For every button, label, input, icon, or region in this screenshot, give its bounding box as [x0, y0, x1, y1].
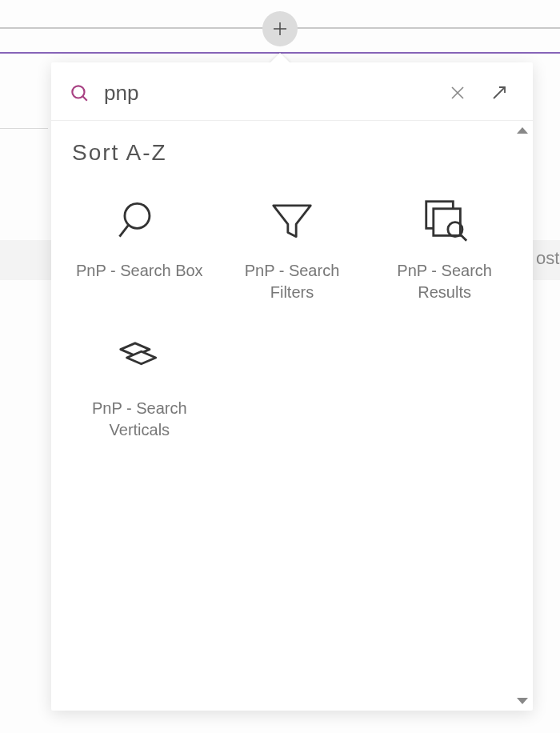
panel-callout-arrow [269, 53, 291, 64]
webpart-item-pnp-search-box[interactable]: PnP - Search Box [67, 191, 212, 303]
search-input[interactable] [104, 81, 432, 106]
webpart-item-pnp-search-filters[interactable]: PnP - Search Filters [220, 191, 365, 303]
svg-line-8 [120, 225, 129, 236]
funnel-icon [263, 191, 321, 249]
scroll-down-arrow[interactable] [517, 698, 528, 704]
webpart-picker-panel: Sort A-Z PnP - Search Box PnP - Sear [51, 62, 533, 711]
svg-line-13 [460, 234, 466, 241]
webpart-item-pnp-search-results[interactable]: PnP - Search Results [372, 191, 517, 303]
panel-body: Sort A-Z PnP - Search Box PnP - Sear [51, 121, 533, 711]
plus-icon [270, 19, 290, 38]
close-icon [448, 83, 467, 102]
scroll-up-arrow[interactable] [517, 127, 528, 134]
svg-line-6 [494, 87, 505, 98]
webpart-item-label: PnP - Search Box [76, 260, 203, 282]
expand-icon [490, 83, 509, 102]
webpart-item-label: PnP - Search Results [381, 260, 509, 303]
search-icon [110, 191, 168, 249]
add-webpart-button[interactable] [262, 11, 298, 46]
background-partial-text: ost [536, 248, 560, 269]
sort-header[interactable]: Sort A-Z [51, 121, 533, 172]
webpart-item-pnp-search-verticals[interactable]: PnP - Search Verticals [67, 329, 212, 441]
svg-line-3 [83, 97, 87, 101]
clear-search-button[interactable] [442, 77, 474, 109]
webpart-item-label: PnP - Search Filters [228, 260, 356, 303]
webpart-item-label: PnP - Search Verticals [75, 398, 203, 441]
search-row [51, 62, 533, 121]
svg-point-7 [125, 203, 150, 228]
search-icon [69, 82, 90, 103]
svg-marker-9 [274, 206, 311, 237]
webpart-grid: PnP - Search Box PnP - Search Filters [51, 172, 533, 457]
page-divider-mid [0, 128, 48, 129]
svg-point-2 [72, 86, 84, 98]
results-icon [416, 191, 474, 249]
expand-panel-button[interactable] [483, 77, 515, 109]
layers-icon [110, 329, 168, 387]
